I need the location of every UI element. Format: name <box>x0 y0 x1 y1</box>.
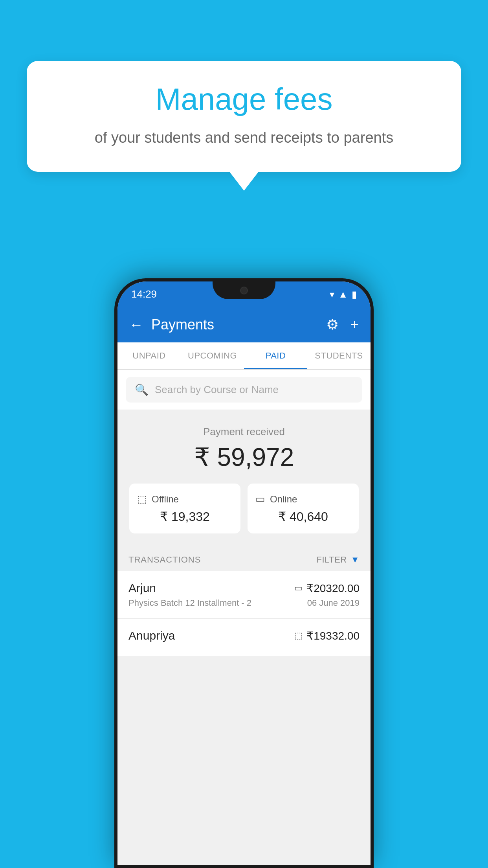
transaction-amount: ₹20320.00 <box>306 582 360 595</box>
back-button[interactable]: ← <box>129 316 143 333</box>
table-row[interactable]: Anupriya ⬚ ₹19332.00 <box>117 619 371 656</box>
payment-received-label: Payment received <box>129 426 359 438</box>
tabs-bar: UNPAID UPCOMING PAID STUDENTS <box>117 342 371 370</box>
payment-cards: ⬚ Offline ₹ 19,332 ▭ Online ₹ 40,640 <box>129 484 359 533</box>
search-input[interactable]: Search by Course or Name <box>155 384 279 396</box>
search-bar[interactable]: 🔍 Search by Course or Name <box>126 377 362 403</box>
payment-summary: Payment received ₹ 59,972 ⬚ Offline ₹ 19… <box>117 410 371 545</box>
battery-icon: ▮ <box>352 289 357 300</box>
app-header: ← Payments ⚙ + <box>117 307 371 342</box>
offline-pay-icon: ⬚ <box>294 631 303 641</box>
transaction-detail: Physics Batch 12 Installment - 2 <box>128 598 251 608</box>
tab-paid[interactable]: PAID <box>244 342 307 369</box>
transactions-header: TRANSACTIONS FILTER ▼ <box>117 545 371 571</box>
page-title: Payments <box>151 316 314 333</box>
signal-icon: ▲ <box>338 289 348 300</box>
search-icon: 🔍 <box>135 383 149 396</box>
filter-button[interactable]: FILTER ▼ <box>317 555 360 565</box>
offline-amount: ₹ 19,332 <box>137 509 233 524</box>
status-bar: 14:29 ▾ ▲ ▮ <box>117 281 371 307</box>
bubble-title: Manage fees <box>50 83 438 116</box>
tab-students[interactable]: STUDENTS <box>307 342 371 369</box>
filter-icon: ▼ <box>351 555 360 565</box>
transaction-amount: ₹19332.00 <box>306 629 360 642</box>
table-row[interactable]: Arjun ▭ ₹20320.00 Physics Batch 12 Insta… <box>117 571 371 619</box>
bubble-subtitle: of your students and send receipts to pa… <box>50 127 438 148</box>
offline-label: Offline <box>152 494 179 505</box>
online-amount: ₹ 40,640 <box>255 509 351 524</box>
camera <box>240 287 248 294</box>
online-label: Online <box>270 494 297 505</box>
transaction-date: 06 June 2019 <box>307 598 360 608</box>
transaction-amount-wrap: ▭ ₹20320.00 <box>294 582 360 595</box>
payment-total-amount: ₹ 59,972 <box>129 443 359 472</box>
wifi-icon: ▾ <box>330 289 334 300</box>
online-card: ▭ Online ₹ 40,640 <box>248 484 359 533</box>
search-container: 🔍 Search by Course or Name <box>117 370 371 410</box>
online-icon: ▭ <box>255 493 265 505</box>
status-icons: ▾ ▲ ▮ <box>330 289 357 300</box>
notch <box>213 281 275 299</box>
speech-bubble: Manage fees of your students and send re… <box>27 61 461 172</box>
offline-card: ⬚ Offline ₹ 19,332 <box>129 484 240 533</box>
transactions-label: TRANSACTIONS <box>128 555 201 565</box>
settings-icon[interactable]: ⚙ <box>326 316 339 333</box>
phone-screen: 14:29 ▾ ▲ ▮ ← Payments ⚙ + UNPAID UPCOMI… <box>117 281 371 865</box>
tab-unpaid[interactable]: UNPAID <box>117 342 181 369</box>
transaction-name: Arjun <box>128 581 156 595</box>
tab-upcoming[interactable]: UPCOMING <box>181 342 244 369</box>
transaction-name: Anupriya <box>128 629 175 642</box>
transaction-amount-wrap: ⬚ ₹19332.00 <box>294 629 360 642</box>
phone-frame: 14:29 ▾ ▲ ▮ ← Payments ⚙ + UNPAID UPCOMI… <box>114 278 374 868</box>
transactions-list: Arjun ▭ ₹20320.00 Physics Batch 12 Insta… <box>117 571 371 656</box>
status-time: 14:29 <box>131 288 157 300</box>
offline-icon: ⬚ <box>137 493 147 505</box>
add-button[interactable]: + <box>350 316 359 333</box>
online-pay-icon: ▭ <box>294 583 303 593</box>
filter-label: FILTER <box>317 555 347 565</box>
